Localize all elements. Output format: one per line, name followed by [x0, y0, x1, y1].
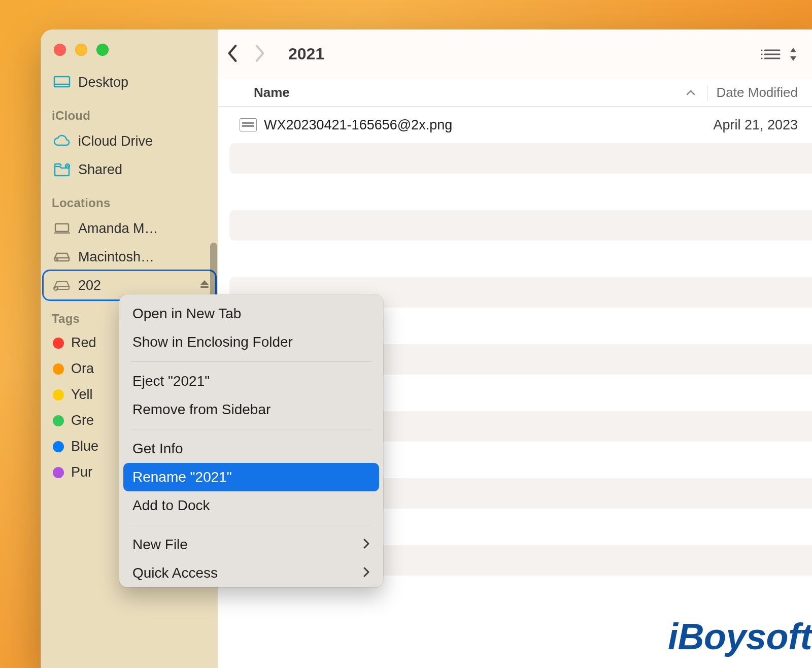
menu-add-to-dock[interactable]: Add to Dock	[123, 491, 379, 520]
column-header-row: Name Date Modified	[218, 79, 812, 107]
svg-rect-11	[200, 286, 209, 288]
sidebar-item-label: Red	[71, 335, 96, 351]
column-divider[interactable]	[707, 85, 707, 101]
column-header-date[interactable]: Date Modified	[717, 85, 798, 101]
window-controls	[41, 39, 218, 56]
view-options-button[interactable]	[759, 47, 798, 62]
context-menu: Open in New Tab Show in Enclosing Folder…	[119, 294, 383, 587]
chevron-right-icon	[363, 565, 370, 581]
file-name: WX20230421-165656@2x.png	[264, 117, 452, 133]
close-button[interactable]	[54, 44, 66, 56]
menu-separator	[130, 361, 372, 362]
external-drive-icon	[53, 276, 71, 294]
fullscreen-button[interactable]	[96, 44, 109, 56]
sidebar-item-macintosh-hd[interactable]: Macintosh…	[44, 243, 215, 271]
menu-quick-access[interactable]: Quick Access	[123, 559, 379, 587]
menu-get-info[interactable]: Get Info	[123, 435, 379, 463]
chevron-up-down-icon	[789, 47, 798, 62]
menu-separator	[130, 525, 372, 525]
sidebar-item-label: iCloud Drive	[78, 133, 153, 149]
sidebar-item-label: Pur	[71, 464, 92, 480]
sidebar-group-label: iCloud	[41, 104, 218, 127]
sidebar-item-label: Blue	[71, 439, 98, 454]
watermark-logo: iBoysoft	[668, 618, 812, 655]
svg-point-12	[761, 49, 762, 51]
sidebar-group-label: Locations	[41, 191, 218, 214]
svg-rect-0	[54, 77, 70, 87]
internal-drive-icon	[53, 248, 71, 266]
shared-folder-icon	[53, 160, 71, 179]
sidebar-item-label: Amanda M…	[78, 221, 158, 237]
cloud-icon	[53, 132, 71, 150]
empty-row	[229, 177, 812, 207]
menu-eject[interactable]: Eject "2021"	[123, 367, 379, 395]
sidebar-group-locations: Locations Amanda M…	[41, 191, 218, 299]
svg-rect-4	[55, 224, 69, 231]
image-file-icon	[240, 118, 257, 131]
empty-row	[229, 244, 812, 274]
forward-button[interactable]	[253, 44, 266, 65]
menu-open-new-tab[interactable]: Open in New Tab	[123, 299, 379, 328]
sidebar-item-label: Shared	[78, 162, 122, 178]
tag-dot-icon	[53, 441, 64, 452]
eject-icon[interactable]	[199, 278, 210, 293]
sidebar-item-label: Ora	[71, 361, 94, 377]
desktop-wallpaper: Desktop iCloud iCloud Drive	[0, 0, 812, 668]
sidebar-item-icloud-drive[interactable]: iCloud Drive	[44, 127, 215, 155]
sidebar-item-label: Desktop	[78, 75, 128, 90]
tag-dot-icon	[53, 467, 64, 478]
column-header-name[interactable]: Name	[254, 85, 686, 101]
sidebar-item-computer[interactable]: Amanda M…	[44, 214, 215, 243]
svg-point-14	[761, 53, 762, 55]
minimize-button[interactable]	[75, 44, 87, 56]
svg-point-16	[761, 57, 762, 59]
tag-dot-icon	[53, 338, 64, 349]
empty-row	[229, 210, 812, 241]
tag-dot-icon	[53, 363, 64, 375]
sidebar-item-shared[interactable]: Shared	[44, 155, 215, 184]
svg-point-7	[57, 259, 58, 260]
menu-show-enclosing[interactable]: Show in Enclosing Folder	[123, 328, 379, 356]
desktop-icon	[53, 73, 71, 91]
sidebar-group-icloud: iCloud iCloud Drive	[41, 104, 218, 184]
file-date: April 21, 2023	[713, 117, 798, 133]
laptop-icon	[53, 219, 71, 238]
sort-indicator-icon[interactable]	[686, 89, 696, 96]
menu-remove-sidebar[interactable]: Remove from Sidebar	[123, 395, 379, 424]
sidebar-item-desktop[interactable]: Desktop	[44, 68, 215, 96]
back-button[interactable]	[226, 44, 240, 65]
file-row[interactable]: WX20230421-165656@2x.png April 21, 2023	[229, 110, 812, 140]
window-title: 2021	[288, 45, 324, 63]
tag-dot-icon	[53, 389, 64, 400]
toolbar: 2021	[218, 29, 812, 79]
sidebar-item-label: Gre	[71, 413, 94, 428]
menu-new-file[interactable]: New File	[123, 530, 379, 559]
tag-dot-icon	[53, 415, 64, 426]
menu-rename[interactable]: Rename "2021"	[123, 463, 379, 491]
chevron-right-icon	[363, 537, 370, 553]
sidebar-item-label: 202	[78, 278, 101, 293]
sidebar-item-label: Yell	[71, 387, 93, 403]
empty-row	[229, 143, 812, 174]
sidebar-item-label: Macintosh…	[78, 249, 154, 265]
menu-separator	[130, 429, 372, 429]
